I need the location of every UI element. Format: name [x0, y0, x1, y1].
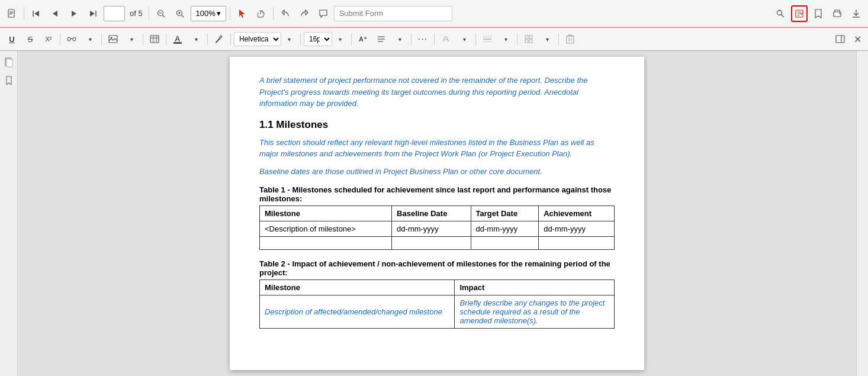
table1-row2-target	[471, 237, 539, 250]
first-page-btn[interactable]	[28, 5, 44, 22]
svg-rect-48	[525, 40, 528, 43]
fmt-sep8	[351, 33, 352, 45]
table1-col-target: Target Date	[471, 206, 539, 221]
redo-btn[interactable]	[296, 5, 313, 22]
fmt-toolbar: U S X² ▾ ▾ A	[0, 27, 868, 51]
table2-caption: Table 2 - Impact of achievement / non-ac…	[259, 259, 615, 277]
submit-form-input[interactable]	[334, 6, 452, 21]
download-btn[interactable]	[848, 5, 864, 22]
table2-row1-impact: Briefly describe any changes to the proj…	[455, 295, 615, 329]
svg-marker-5	[34, 11, 39, 17]
link-dropdown-btn[interactable]: ▾	[82, 31, 98, 47]
pen-btn[interactable]	[211, 31, 227, 47]
search-btn[interactable]	[772, 5, 789, 22]
svg-rect-60	[7, 59, 12, 67]
svg-rect-57	[836, 36, 844, 43]
sep1	[24, 7, 24, 20]
image-dropdown-btn[interactable]: ▾	[123, 31, 140, 47]
left-panel	[0, 51, 18, 376]
script-btn[interactable]: X²	[40, 31, 57, 47]
undo-btn[interactable]	[277, 5, 294, 22]
svg-point-18	[777, 10, 782, 15]
comment-btn[interactable]	[315, 5, 332, 22]
bookmark-btn[interactable]	[810, 5, 827, 22]
top-toolbar: 2 of 5 100% ▾	[0, 0, 868, 27]
svg-line-12	[162, 15, 165, 17]
grid-dropdown-btn[interactable]: ▾	[539, 31, 555, 47]
font-size-dropdown-btn[interactable]: ▾	[332, 31, 348, 47]
table2-col-milestone: Milestone	[260, 280, 455, 295]
table1: Milestone Baseline Date Target Date Achi…	[259, 205, 615, 250]
delete-btn[interactable]	[562, 31, 578, 47]
table2: Milestone Impact Description of affected…	[259, 279, 615, 329]
panel-pages-btn[interactable]	[2, 56, 16, 70]
close-toolbar-btn[interactable]: ✕	[850, 32, 864, 46]
intro-text: A brief statement of project performance…	[259, 75, 615, 110]
image-btn[interactable]	[105, 31, 121, 47]
sep2	[149, 7, 149, 20]
text-align-dropdown-btn[interactable]: ▾	[391, 31, 408, 47]
panel-bookmark-btn[interactable]	[2, 73, 16, 88]
main-area: A brief statement of project performance…	[0, 51, 868, 376]
svg-line-16	[181, 15, 184, 17]
font-family-select[interactable]: Helvetica	[234, 32, 281, 46]
print-btn[interactable]	[829, 5, 846, 22]
font-size-select[interactable]: 16px	[304, 32, 332, 46]
fmt-sep13	[558, 33, 559, 45]
zoom-in-btn[interactable]	[172, 5, 188, 22]
svg-rect-29	[67, 37, 70, 41]
zoom-out-btn[interactable]	[153, 5, 169, 22]
font-family-dropdown-btn[interactable]: ▾	[281, 31, 297, 47]
grid-btn[interactable]	[520, 31, 537, 47]
next-page-btn[interactable]	[66, 5, 82, 22]
text-align-btn[interactable]	[373, 31, 390, 47]
divider-btn[interactable]	[479, 31, 496, 47]
link-btn[interactable]	[63, 31, 80, 47]
more-options-btn[interactable]: ···	[414, 31, 431, 47]
fmt-sep7	[300, 33, 301, 45]
svg-rect-38	[173, 42, 182, 44]
svg-rect-31	[109, 36, 117, 43]
edit-btn[interactable]	[791, 5, 808, 22]
pan-tool-btn[interactable]	[253, 5, 269, 22]
zoom-select[interactable]: 100% ▾	[191, 6, 226, 21]
table-btn[interactable]	[146, 31, 163, 47]
fmt-sep3	[143, 33, 143, 45]
table-row	[260, 237, 615, 250]
text-color-dropdown-btn[interactable]: ▾	[188, 31, 204, 47]
milestones-intro2: Baseline dates are those outlined in Pro…	[259, 166, 615, 178]
section-heading: 1.1 Milestones	[259, 119, 615, 131]
file-icon[interactable]	[4, 5, 20, 22]
svg-rect-50	[567, 36, 574, 43]
page-number-input[interactable]: 2	[104, 6, 125, 21]
table1-caption: Table 1 - Milestones scheduled for achie…	[259, 185, 615, 203]
prev-page-btn[interactable]	[47, 5, 63, 22]
strikethrough-btn[interactable]: S	[22, 31, 38, 47]
text-color-btn[interactable]: A	[169, 31, 186, 47]
table1-col-milestone: Milestone	[260, 206, 392, 221]
table-row: Description of affected/amended/changed …	[260, 295, 615, 329]
right-panel	[856, 51, 868, 376]
side-panel-btn[interactable]	[832, 31, 848, 47]
svg-marker-6	[53, 11, 57, 17]
table1-row2-achievement	[539, 237, 615, 250]
fmt-sep5	[207, 33, 208, 45]
underline-btn[interactable]: U	[4, 31, 20, 47]
divider-dropdown-btn[interactable]: ▾	[497, 31, 514, 47]
milestones-intro1: This section should reflect any relevant…	[259, 137, 615, 160]
table1-row1-target: dd-mm-yyyy	[471, 221, 539, 237]
zoom-value: 100%	[196, 9, 216, 18]
fmt-sep11	[475, 33, 476, 45]
table1-row2-milestone	[260, 237, 392, 250]
table1-row1-milestone: <Description of milestone>	[260, 221, 392, 237]
svg-rect-49	[529, 40, 532, 43]
svg-line-19	[782, 14, 785, 17]
highlight-dropdown-btn[interactable]: ▾	[456, 31, 472, 47]
last-page-btn[interactable]	[85, 5, 101, 22]
table1-row2-baseline	[392, 237, 471, 250]
doc-area[interactable]: A brief statement of project performance…	[18, 51, 856, 376]
text-size-increase-btn[interactable]: A⁺	[355, 31, 371, 47]
highlight-btn[interactable]	[438, 31, 454, 47]
table2-col-impact: Impact	[455, 280, 615, 295]
select-tool-btn[interactable]	[234, 5, 250, 22]
